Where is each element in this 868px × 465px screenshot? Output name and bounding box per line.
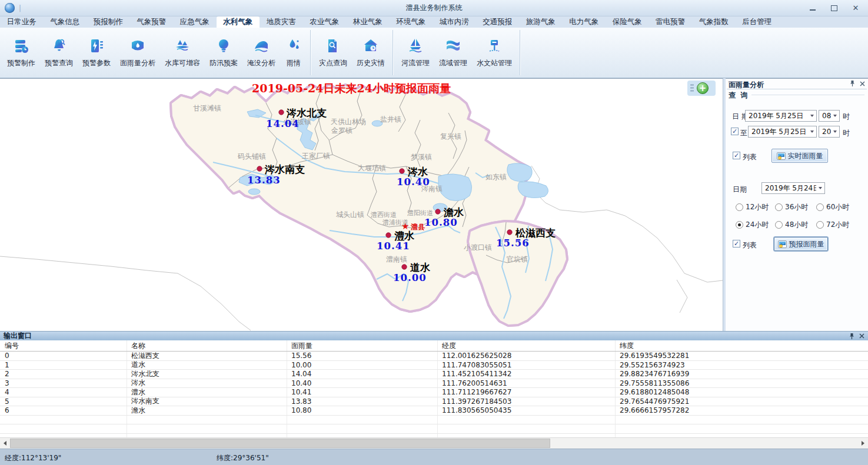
end-date-select[interactable]: 2019年 5月25日 bbox=[748, 126, 817, 138]
realtime-rain-button[interactable]: 实时面雨量 bbox=[771, 149, 828, 163]
menu-tab-14[interactable]: 保险气象 bbox=[606, 16, 649, 28]
menu-tab-7[interactable]: 农业气象 bbox=[303, 16, 347, 28]
table-cell: 5 bbox=[0, 397, 127, 406]
start-hour-select[interactable]: 08 bbox=[819, 110, 840, 122]
tool-alert-search[interactable]: 预警查询 bbox=[40, 28, 78, 78]
radio-label: 24小时 bbox=[746, 220, 769, 230]
menu-tab-17[interactable]: 后台管理 bbox=[736, 16, 779, 28]
output-close-icon[interactable] bbox=[859, 333, 864, 339]
horizontal-scrollbar[interactable] bbox=[0, 437, 868, 449]
close-icon[interactable]: ✕ bbox=[852, 5, 860, 12]
station-dot-icon[interactable] bbox=[402, 265, 407, 269]
menu-tab-10[interactable]: 城市内涝 bbox=[433, 16, 476, 28]
end-hour-select[interactable]: 20 bbox=[819, 126, 840, 138]
panel-close-icon[interactable] bbox=[860, 81, 865, 86]
menu-tab-9[interactable]: 环境气象 bbox=[390, 16, 433, 28]
forecast-date-select[interactable]: 2019年 5月24日 bbox=[761, 182, 825, 194]
table-row[interactable]: 2涔水北支14.04111.45210541134229.88234767169… bbox=[0, 370, 868, 379]
tool-label: 灾点查询 bbox=[319, 58, 347, 68]
menu-tab-5[interactable]: 水利气象 bbox=[217, 16, 260, 28]
table-cell: 1 bbox=[0, 361, 127, 369]
menu-tab-3[interactable]: 气象预警 bbox=[130, 16, 174, 28]
menu-tab-1[interactable]: 气象信息 bbox=[44, 16, 87, 28]
forecast-list-checkbox[interactable]: ✓ bbox=[733, 240, 740, 247]
column-header[interactable]: 名称 bbox=[127, 341, 287, 351]
tool-rain[interactable]: 雨情 bbox=[280, 28, 307, 78]
column-header[interactable]: 编号 bbox=[0, 341, 127, 351]
tool-disaster-history[interactable]: 历史灾情 bbox=[352, 28, 390, 78]
table-row[interactable]: 4澧水10.41111.71121966762729.6188012485048 bbox=[0, 388, 868, 397]
tool-river[interactable]: 河流管理 bbox=[397, 28, 434, 78]
forecast-rain-button[interactable]: 预报面雨量 bbox=[774, 237, 828, 251]
area-rain-icon bbox=[129, 37, 147, 55]
duration-radio-24小时[interactable]: 24小时 bbox=[736, 220, 769, 230]
duration-radio-48小时[interactable]: 48小时 bbox=[775, 220, 808, 230]
tool-label: 预警制作 bbox=[7, 58, 35, 68]
column-header[interactable]: 经度 bbox=[437, 341, 615, 351]
table-cell: 10.80 bbox=[287, 406, 437, 414]
pin-icon[interactable] bbox=[849, 333, 854, 340]
town-label: 金罗镇 bbox=[331, 126, 352, 135]
maximize-icon[interactable] bbox=[830, 5, 839, 12]
scroll-left-icon[interactable] bbox=[0, 438, 10, 449]
forecast-list-label: 列表 bbox=[743, 240, 757, 250]
menu-tab-16[interactable]: 气象指数 bbox=[692, 16, 736, 28]
radio-label: 12小时 bbox=[746, 202, 769, 212]
menu-tab-8[interactable]: 林业气象 bbox=[346, 16, 390, 28]
tool-flood-plan[interactable]: 防汛预案 bbox=[205, 28, 242, 78]
tool-disaster-search[interactable]: 灾点查询 bbox=[314, 28, 352, 78]
realtime-list-checkbox[interactable]: ✓ bbox=[733, 152, 740, 159]
menu-tab-0[interactable]: 日常业务 bbox=[0, 16, 44, 28]
station-value: 14.04 bbox=[266, 118, 300, 129]
tool-hydro-station[interactable]: 水文站管理 bbox=[472, 28, 517, 78]
table-row[interactable]: 6澹水10.80111.83056505043529.6666157957282 bbox=[0, 406, 868, 416]
column-header[interactable]: 面雨量 bbox=[287, 341, 437, 351]
menu-tab-6[interactable]: 地质灾害 bbox=[260, 16, 303, 28]
table-header: 编号名称面雨量经度纬度 bbox=[0, 340, 868, 352]
menu-tab-11[interactable]: 交通预报 bbox=[476, 16, 520, 28]
duration-radio-12小时[interactable]: 12小时 bbox=[736, 202, 769, 212]
tool-submerge[interactable]: 淹没分析 bbox=[242, 28, 280, 78]
radio-label: 48小时 bbox=[785, 220, 808, 230]
station-value: 15.56 bbox=[496, 237, 530, 249]
table-cell: 111.397267184503 bbox=[437, 397, 615, 406]
menu-tab-12[interactable]: 旅游气象 bbox=[519, 16, 563, 28]
station-value: 10.00 bbox=[393, 272, 427, 283]
station-dot-icon[interactable] bbox=[507, 230, 512, 235]
tool-basin[interactable]: 流域管理 bbox=[434, 28, 472, 78]
table-row[interactable]: 1道水10.00111.74708305505129.552156374923 bbox=[0, 361, 868, 370]
start-date-select[interactable]: 2019年 5月25日 bbox=[745, 110, 817, 122]
menu-tab-2[interactable]: 预报制作 bbox=[87, 16, 130, 28]
duration-radio-72小时[interactable]: 72小时 bbox=[816, 220, 849, 230]
column-header[interactable]: 纬度 bbox=[615, 341, 867, 351]
scroll-right-icon[interactable] bbox=[858, 438, 868, 449]
station-dot-icon[interactable] bbox=[435, 209, 440, 214]
minimize-icon[interactable] bbox=[809, 5, 817, 12]
table-row[interactable]: 0松滋西支15.56112.00162562502829.61935495322… bbox=[0, 352, 868, 361]
table-row[interactable]: 5涔水南支13.83111.39726718450329.76544769759… bbox=[0, 397, 868, 407]
station-dot-icon[interactable] bbox=[386, 233, 391, 237]
pin-icon[interactable] bbox=[850, 80, 855, 87]
add-layer-button[interactable]: + bbox=[697, 82, 709, 94]
tool-alert-params[interactable]: 预警参数 bbox=[78, 28, 115, 78]
drag-handle-icon[interactable] bbox=[690, 83, 694, 93]
menu-tab-13[interactable]: 电力气象 bbox=[563, 16, 606, 28]
tool-area-rain[interactable]: 面雨量分析 bbox=[115, 28, 160, 78]
table-row[interactable]: 3涔水10.40111.7620051463129.7555811355086 bbox=[0, 379, 868, 389]
duration-radio-36小时[interactable]: 36小时 bbox=[775, 202, 808, 212]
station-dot-icon[interactable] bbox=[279, 110, 284, 115]
menu-tab-15[interactable]: 雷电预警 bbox=[649, 16, 693, 28]
map-panel[interactable]: 甘溪滩镇火连坡镇盐井镇天供山林场金罗镇码头铺镇王家厂镇复兴镇梦溪镇大堰垱镇涔南镇… bbox=[0, 78, 723, 331]
tool-reservoir[interactable]: 水库可增容 bbox=[160, 28, 205, 78]
end-date-checkbox[interactable]: ✓ bbox=[731, 128, 739, 135]
tool-alert-edit[interactable]: 预警制作 bbox=[2, 28, 40, 78]
station-dot-icon[interactable] bbox=[400, 169, 404, 173]
map-canvas[interactable]: 甘溪滩镇火连坡镇盐井镇天供山林场金罗镇码头铺镇王家厂镇复兴镇梦溪镇大堰垱镇涔南镇… bbox=[0, 79, 723, 331]
duration-radio-60小时[interactable]: 60小时 bbox=[816, 202, 849, 212]
town-label: 盐井镇 bbox=[380, 115, 401, 123]
menu-tab-4[interactable]: 应急气象 bbox=[173, 16, 217, 28]
scrollbar-thumb[interactable] bbox=[10, 439, 550, 448]
basin-icon bbox=[444, 37, 462, 55]
tool-label: 预警查询 bbox=[45, 58, 73, 68]
station-dot-icon[interactable] bbox=[257, 166, 262, 171]
